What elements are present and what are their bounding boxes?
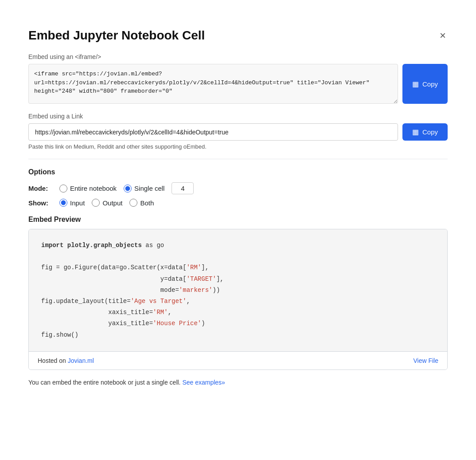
mode-label: Mode:: [28, 185, 51, 192]
copy-icon-iframe: ▦: [412, 80, 419, 88]
link-hint: Paste this link on Medium, Reddit and ot…: [28, 143, 448, 150]
mode-row: Mode: Entire notebook Single cell: [28, 182, 448, 194]
mode-entire-radio[interactable]: [59, 185, 67, 193]
see-examples-link[interactable]: See examples»: [182, 379, 225, 386]
iframe-input-row: ▦ Copy: [28, 64, 448, 104]
show-input-radio[interactable]: [59, 199, 67, 207]
mode-entire-label: Entire notebook: [70, 185, 117, 192]
mode-single-radio[interactable]: [124, 185, 132, 193]
preview-code: import plotly.graph_objects as go fig = …: [29, 229, 447, 351]
show-output[interactable]: Output: [92, 199, 122, 207]
show-both-radio[interactable]: [129, 199, 137, 207]
divider: [28, 159, 448, 159]
show-label: Show:: [28, 199, 51, 207]
footer-note-prefix: You can embed the entire notebook or jus…: [28, 379, 182, 386]
show-row: Show: Input Output Both: [28, 199, 448, 207]
embed-preview-section: Embed Preview import plotly.graph_object…: [28, 216, 448, 370]
mode-single-cell[interactable]: Single cell: [124, 185, 164, 193]
cell-number-input[interactable]: [172, 182, 194, 194]
hosted-on-text: Hosted on: [38, 357, 68, 364]
show-both-label: Both: [140, 199, 154, 207]
dialog-header: Embed Jupyter Notebook Cell ×: [28, 28, 448, 43]
show-radio-group: Input Output Both: [59, 199, 154, 207]
copy-icon-link: ▦: [412, 128, 419, 136]
mode-entire-notebook[interactable]: Entire notebook: [59, 185, 117, 193]
dialog-title: Embed Jupyter Notebook Cell: [28, 28, 205, 43]
link-input-row: ▦ Copy: [28, 123, 448, 141]
iframe-copy-button[interactable]: ▦ Copy: [402, 64, 448, 104]
iframe-section: Embed using an <iframe/> ▦ Copy: [28, 53, 448, 104]
show-input[interactable]: Input: [59, 199, 85, 207]
link-copy-button[interactable]: ▦ Copy: [402, 123, 448, 141]
footer-note: You can embed the entire notebook or jus…: [28, 379, 448, 386]
jovian-link[interactable]: Jovian.ml: [68, 357, 94, 364]
show-input-label: Input: [70, 199, 85, 207]
view-file-link[interactable]: View File: [413, 357, 438, 364]
options-section: Options Mode: Entire notebook Single cel…: [28, 168, 448, 207]
link-copy-label: Copy: [422, 128, 438, 136]
iframe-section-label: Embed using an <iframe/>: [28, 53, 448, 60]
link-section-label: Embed using a Link: [28, 113, 448, 120]
embed-dialog: Embed Jupyter Notebook Cell × Embed usin…: [14, 14, 462, 400]
preview-footer-left: Hosted on Jovian.ml: [38, 357, 94, 364]
iframe-textarea[interactable]: [28, 64, 398, 104]
options-title: Options: [28, 168, 448, 176]
preview-footer: Hosted on Jovian.ml View File: [29, 351, 447, 370]
iframe-copy-label: Copy: [422, 80, 438, 88]
show-output-label: Output: [102, 199, 122, 207]
preview-box: import plotly.graph_objects as go fig = …: [28, 229, 448, 370]
embed-preview-title: Embed Preview: [28, 216, 448, 224]
mode-single-label: Single cell: [134, 185, 164, 192]
link-input[interactable]: [28, 123, 398, 141]
show-both[interactable]: Both: [129, 199, 154, 207]
show-output-radio[interactable]: [92, 199, 100, 207]
mode-radio-group: Entire notebook Single cell: [59, 182, 194, 194]
close-button[interactable]: ×: [438, 28, 448, 43]
link-section: Embed using a Link ▦ Copy Paste this lin…: [28, 113, 448, 150]
